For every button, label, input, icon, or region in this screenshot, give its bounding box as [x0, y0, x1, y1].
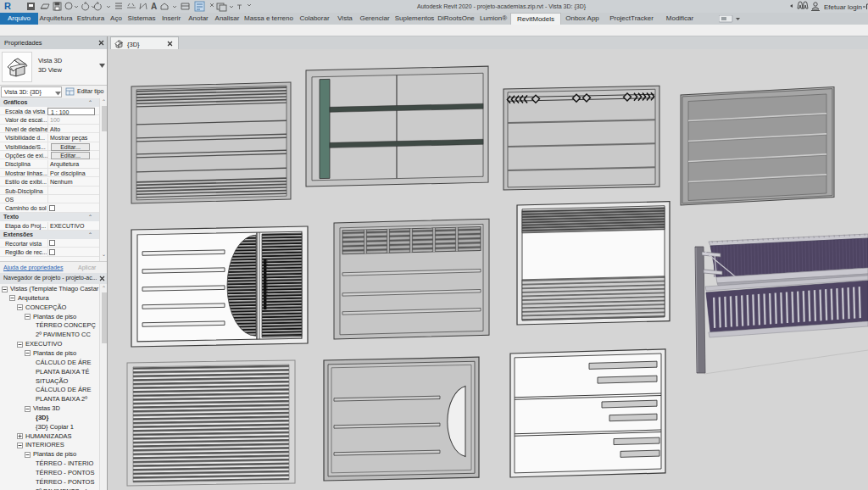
svg-text:Efetuar login: Efetuar login	[824, 3, 862, 11]
svg-text:A: A	[151, 2, 157, 11]
